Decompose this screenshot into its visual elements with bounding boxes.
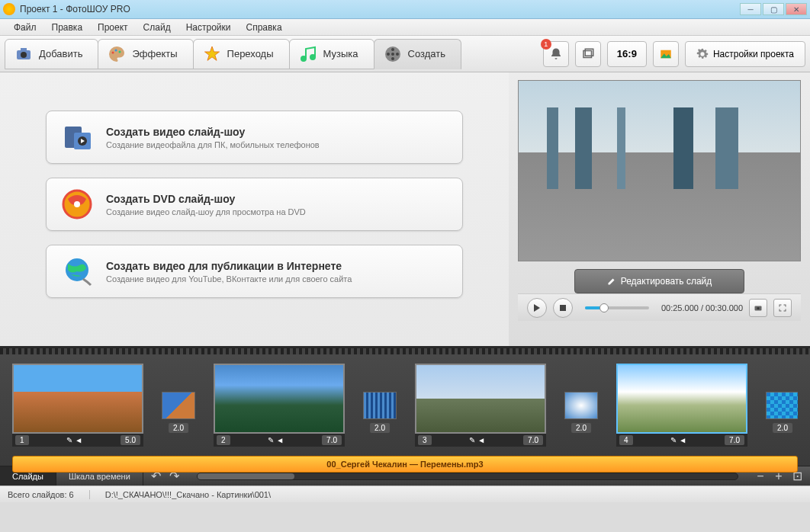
camera-icon <box>14 45 33 63</box>
transition-slot[interactable] <box>564 392 598 419</box>
title-bar: Проект 1 - ФотоШОУ PRO ─ ▢ ✕ <box>0 0 810 19</box>
create-video-card[interactable]: Создать видео слайд-шоу Создание видеофа… <box>46 111 463 164</box>
project-settings-button[interactable]: Настройки проекта <box>685 41 805 67</box>
svg-marker-26 <box>534 304 540 312</box>
tab-transitions[interactable]: Переходы <box>193 39 290 69</box>
playback-slider[interactable] <box>585 306 649 309</box>
create-dvd-card[interactable]: Создать DVD слайд-шоу Создание видео сла… <box>46 178 463 231</box>
slide-edit-icon[interactable]: ✎ ◄ <box>66 436 82 444</box>
menu-bar: Файл Правка Проект Слайд Настройки Справ… <box>0 19 810 36</box>
aspect-ratio-label: 16:9 <box>617 48 637 59</box>
window-controls: ─ ▢ ✕ <box>740 3 807 15</box>
minimize-button[interactable]: ─ <box>740 3 761 15</box>
svg-point-11 <box>391 57 394 60</box>
menu-edit[interactable]: Правка <box>44 20 91 35</box>
svg-point-7 <box>310 55 315 59</box>
camera-small-icon <box>754 303 763 312</box>
menu-slide[interactable]: Слайд <box>136 20 178 35</box>
create-web-card[interactable]: Создать видео для публикации в Интернете… <box>46 245 463 298</box>
svg-rect-2 <box>21 48 27 51</box>
svg-point-4 <box>115 49 117 51</box>
play-button[interactable] <box>527 298 547 318</box>
transition-slot[interactable] <box>766 392 798 419</box>
notification-badge: 1 <box>541 39 551 50</box>
images-icon <box>581 47 595 61</box>
tab-transitions-label: Переходы <box>227 48 274 59</box>
preview-viewport[interactable] <box>518 80 801 261</box>
main-area: Создать видео слайд-шоу Создание видеофа… <box>0 72 810 346</box>
gallery-button[interactable] <box>575 41 601 67</box>
time-display: 00:25.000 / 00:30.000 <box>661 303 743 312</box>
app-icon <box>3 3 15 15</box>
timeline-slide[interactable]: 1 ✎ ◄ 5.0 <box>12 364 143 447</box>
menu-project[interactable]: Проект <box>90 20 136 35</box>
timeline-slide[interactable]: 3 ✎ ◄ 7.0 <box>415 364 546 447</box>
tab-effects[interactable]: Эффекты <box>98 39 193 69</box>
transition-slot[interactable] <box>363 392 397 419</box>
transition-slot[interactable] <box>162 392 195 419</box>
stop-button[interactable] <box>553 298 573 318</box>
edit-slide-button[interactable]: Редактировать слайд <box>574 269 744 293</box>
svg-point-5 <box>119 50 121 53</box>
main-toolbar: Добавить Эффекты Переходы Музыка Создать… <box>0 36 810 72</box>
svg-point-24 <box>74 201 80 207</box>
svg-rect-27 <box>560 305 566 311</box>
svg-point-9 <box>391 48 394 51</box>
aspect-ratio-button[interactable]: 16:9 <box>607 41 647 67</box>
maximize-button[interactable]: ▢ <box>763 3 784 15</box>
dvd-icon <box>60 187 94 221</box>
tab-create-label: Создать <box>408 48 445 59</box>
bell-icon <box>549 47 563 61</box>
menu-settings[interactable]: Настройки <box>178 20 239 35</box>
tab-create[interactable]: Создать <box>374 39 461 69</box>
audio-track-label: 00_Сергей Чекалин — Перемены.mp3 <box>326 460 483 469</box>
svg-point-10 <box>396 53 399 56</box>
slide-edit-icon[interactable]: ✎ ◄ <box>268 436 284 444</box>
slide-edit-icon[interactable]: ✎ ◄ <box>670 436 686 444</box>
notifications-button[interactable]: 1 <box>543 41 569 67</box>
timeline-slide[interactable]: 4 ✎ ◄ 7.0 <box>616 364 747 447</box>
status-bar: Всего слайдов: 6 D:\!_СКАЧАНО\!!!_Скачан… <box>0 486 810 502</box>
svg-point-29 <box>757 307 760 309</box>
fullscreen-button[interactable] <box>773 299 792 317</box>
audio-track[interactable]: 00_Сергей Чекалин — Перемены.mp3 <box>12 456 798 473</box>
tab-music-label: Музыка <box>323 48 358 59</box>
snapshot-button[interactable] <box>749 299 767 317</box>
menu-file[interactable]: Файл <box>6 20 44 35</box>
create-dvd-title: Создать DVD слайд-шоу <box>106 193 448 205</box>
slides-row: 1 ✎ ◄ 5.0 2.0 2 ✎ ◄ 7.0 2.0 3 ✎ ◄ <box>12 357 798 453</box>
music-icon <box>299 45 317 63</box>
fullscreen-icon <box>778 303 787 312</box>
background-button[interactable] <box>653 41 679 67</box>
status-slide-count: Всего слайдов: 6 <box>8 490 90 499</box>
star-icon <box>203 45 221 63</box>
create-web-desc: Создание видео для YouTube, ВКонтакте ил… <box>106 274 448 284</box>
slide-edit-icon[interactable]: ✎ ◄ <box>469 436 485 444</box>
svg-point-1 <box>21 52 27 58</box>
timeline-scroll[interactable] <box>197 473 738 480</box>
timeline-area: 1 ✎ ◄ 5.0 2.0 2 ✎ ◄ 7.0 2.0 3 ✎ ◄ <box>0 346 810 466</box>
stop-icon <box>560 305 566 311</box>
svg-point-3 <box>112 51 114 53</box>
svg-point-13 <box>391 53 394 56</box>
toolbar-right: 1 16:9 Настройки проекта <box>543 41 805 67</box>
play-icon <box>533 304 541 312</box>
tab-group: Добавить Эффекты Переходы Музыка Создать <box>5 39 461 69</box>
tab-music[interactable]: Музыка <box>289 39 374 69</box>
pencil-icon <box>607 277 616 286</box>
create-web-title: Создать видео для публикации в Интернете <box>106 260 448 272</box>
create-panel: Создать видео слайд-шоу Создание видеофа… <box>0 72 509 346</box>
timeline-slide[interactable]: 2 ✎ ◄ 7.0 <box>214 364 345 447</box>
close-button[interactable]: ✕ <box>786 3 807 15</box>
tab-add[interactable]: Добавить <box>5 39 98 69</box>
video-file-icon <box>60 120 94 154</box>
status-path: D:\!_СКАЧАНО\!!!_Скачано - Картинки\001\ <box>105 490 271 499</box>
palette-icon <box>108 45 126 63</box>
gear-icon <box>696 48 709 60</box>
svg-point-6 <box>301 56 306 61</box>
film-reel-icon <box>384 45 402 63</box>
tab-add-label: Добавить <box>39 48 82 59</box>
preview-panel: Редактировать слайд 00:25.000 / 00:30.00… <box>509 72 810 346</box>
project-settings-label: Настройки проекта <box>713 49 794 59</box>
menu-help[interactable]: Справка <box>238 20 289 35</box>
